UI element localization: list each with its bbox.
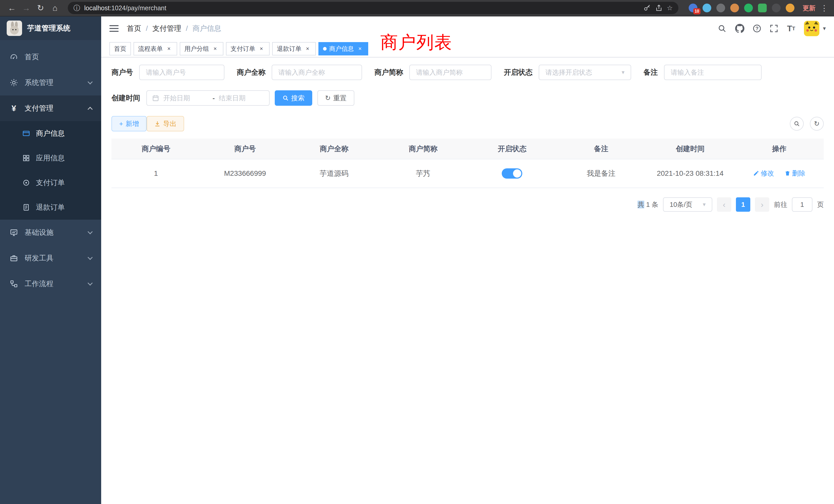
status-toggle[interactable] — [502, 168, 522, 179]
close-icon[interactable]: × — [258, 45, 265, 52]
search-toggle-button[interactable] — [790, 117, 804, 131]
export-button[interactable]: 导出 — [147, 116, 184, 131]
bookmark-star-icon[interactable]: ☆ — [667, 4, 673, 12]
browser-back-button[interactable]: ← — [5, 1, 19, 15]
remark-input[interactable] — [664, 65, 762, 80]
extension-icon[interactable] — [717, 4, 725, 12]
share-icon[interactable] — [655, 4, 663, 12]
sidebar-item-label: 研发工具 — [25, 253, 53, 263]
chrome-update-button[interactable]: 更新 — [803, 4, 815, 12]
pagination-total: 共 1 条 — [638, 200, 658, 209]
sidebar-item-merchant-info[interactable]: 商户信息 — [0, 121, 101, 146]
merchant-no-label: 商户号 — [111, 68, 133, 77]
prev-page-button[interactable]: ‹ — [717, 197, 731, 212]
full-name-input[interactable] — [272, 65, 362, 80]
tab-home[interactable]: 首页 — [109, 42, 131, 55]
sidebar-item-label: 首页 — [25, 52, 39, 62]
content: 商户号 商户全称 商户简称 开启状态 请选择开启状态 ▾ 备注 — [101, 58, 834, 504]
app-logo[interactable]: 芋道管理系统 — [0, 17, 101, 40]
cell-full-name: 芋道源码 — [290, 159, 379, 188]
chevron-down-icon — [88, 280, 93, 285]
trash-icon — [785, 170, 791, 176]
breadcrumb-payment[interactable]: 支付管理 — [153, 24, 181, 33]
tab-process-form[interactable]: 流程表单× — [133, 42, 177, 55]
sidebar-item-refund-order[interactable]: 退款订单 — [0, 195, 101, 220]
extension-badge: 10 — [693, 8, 701, 14]
calendar-icon — [152, 94, 159, 101]
browser-forward-button[interactable]: → — [20, 1, 33, 15]
sidebar-item-system[interactable]: 系统管理 — [0, 70, 101, 95]
sidebar-item-label: 商户信息 — [36, 129, 65, 138]
extension-icon[interactable] — [758, 4, 767, 12]
search-button[interactable]: 搜索 — [275, 90, 312, 106]
yen-icon: ¥ — [9, 104, 19, 113]
close-icon[interactable]: × — [212, 45, 219, 52]
add-button[interactable]: + 新增 — [111, 116, 147, 131]
status-select[interactable]: 请选择开启状态 ▾ — [539, 65, 631, 80]
close-icon[interactable]: × — [304, 45, 311, 52]
next-page-button[interactable]: › — [755, 197, 769, 212]
cell-short-name: 芋艿 — [378, 159, 467, 188]
font-size-icon[interactable]: TT — [787, 24, 795, 32]
goto-page-input[interactable] — [792, 197, 812, 212]
page-size-select[interactable]: 10条/页 ▾ — [663, 197, 712, 212]
navbar-actions: ? TT ▾ — [718, 21, 826, 36]
tab-refund-order[interactable]: 退款订单× — [272, 42, 316, 55]
cell-remark: 我是备注 — [557, 159, 646, 188]
tab-pay-order[interactable]: 支付订单× — [226, 42, 270, 55]
sidebar-item-label: 系统管理 — [25, 78, 53, 88]
extension-icon[interactable] — [744, 4, 753, 12]
active-dot — [323, 47, 327, 50]
sidebar-item-workflow[interactable]: 工作流程 — [0, 271, 101, 297]
delete-button[interactable]: 删除 — [785, 169, 806, 178]
goto-label: 前往 — [774, 200, 787, 209]
table-header-row: 商户编号 商户号 商户全称 商户简称 开启状态 备注 创建时间 操作 — [111, 139, 824, 159]
create-time-range-picker[interactable]: 开始日期 - 结束日期 — [146, 90, 270, 106]
sidebar-item-pay-order[interactable]: 支付订单 — [0, 170, 101, 195]
reset-button[interactable]: ↻ 重置 — [317, 90, 354, 106]
search-icon[interactable] — [718, 24, 726, 33]
browser-reload-button[interactable]: ↻ — [34, 1, 47, 15]
sidebar-item-label: 支付订单 — [36, 178, 65, 188]
page-1-button[interactable]: 1 — [736, 197, 750, 212]
fullscreen-icon[interactable] — [770, 24, 778, 33]
sidebar-item-app-info[interactable]: 应用信息 — [0, 146, 101, 170]
tab-merchant-info[interactable]: 商户信息× — [319, 42, 368, 55]
sidebar-item-home[interactable]: 首页 — [0, 44, 101, 70]
browser-menu-button[interactable]: ⋮ — [820, 4, 829, 13]
sidebar-item-dev-tools[interactable]: 研发工具 — [0, 245, 101, 271]
date-end-placeholder: 结束日期 — [219, 94, 264, 102]
close-icon[interactable]: × — [166, 45, 173, 52]
password-key-icon[interactable] — [643, 4, 651, 12]
reset-icon: ↻ — [325, 95, 331, 101]
browser-home-button[interactable]: ⌂ — [48, 1, 62, 15]
remark-label: 备注 — [643, 68, 658, 77]
sidebar-item-infrastructure[interactable]: 基础设施 — [0, 220, 101, 245]
caret-down-icon: ▾ — [622, 69, 624, 76]
close-icon[interactable]: × — [356, 45, 364, 52]
extension-icon[interactable] — [730, 4, 739, 12]
extension-icon[interactable]: 10 — [689, 4, 697, 12]
merchant-no-input[interactable] — [139, 65, 224, 80]
edit-button[interactable]: 修改 — [753, 169, 774, 178]
help-icon[interactable]: ? — [753, 25, 761, 32]
address-bar[interactable]: ⓘ localhost:1024/pay/merchant ☆ — [68, 2, 678, 14]
breadcrumb-home[interactable]: 首页 — [127, 24, 141, 33]
sidebar-item-label: 工作流程 — [25, 279, 53, 289]
sidebar: 芋道管理系统 首页 系统管理 ¥ — [0, 17, 101, 504]
app-title: 芋道管理系统 — [27, 23, 70, 33]
gear-icon — [9, 78, 19, 87]
github-icon[interactable] — [735, 24, 744, 33]
table-row: 1 M233666999 芋道源码 芋艿 我是备注 2021-10-23 08:… — [111, 159, 824, 188]
site-info-icon[interactable]: ⓘ — [73, 4, 80, 13]
hamburger-menu-button[interactable] — [109, 25, 118, 32]
sidebar-item-payment[interactable]: ¥ 支付管理 — [0, 95, 101, 121]
refresh-icon: ↻ — [814, 120, 820, 127]
tab-user-group[interactable]: 用户分组× — [180, 42, 223, 55]
user-menu[interactable]: ▾ — [804, 21, 826, 36]
refresh-button[interactable]: ↻ — [810, 117, 824, 131]
short-name-input[interactable] — [409, 65, 491, 80]
extension-icon[interactable] — [703, 4, 711, 12]
browser-profile-avatar[interactable] — [786, 4, 794, 12]
extension-icon[interactable] — [772, 4, 781, 12]
